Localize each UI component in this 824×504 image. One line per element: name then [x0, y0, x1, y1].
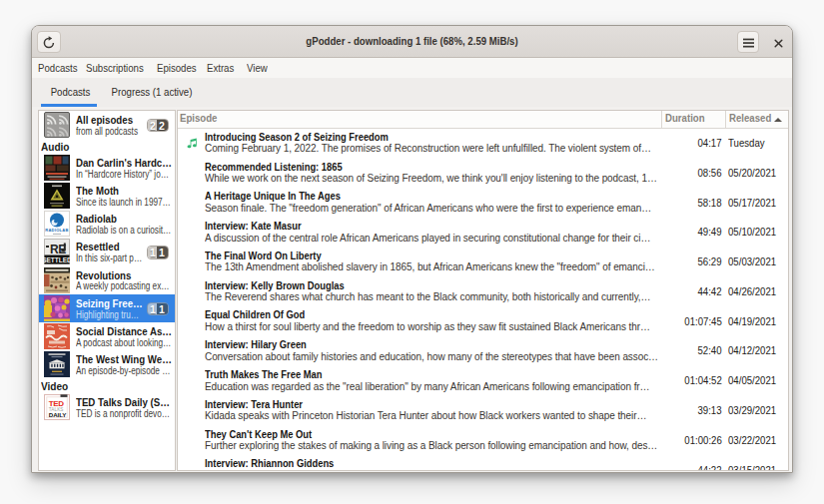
svg-text:RE: RE — [50, 243, 66, 256]
svg-text:DAILY: DAILY — [49, 411, 67, 418]
svg-text:SETTLED: SETTLED — [44, 256, 70, 263]
svg-text:RADIOLAB: RADIOLAB — [45, 228, 69, 233]
